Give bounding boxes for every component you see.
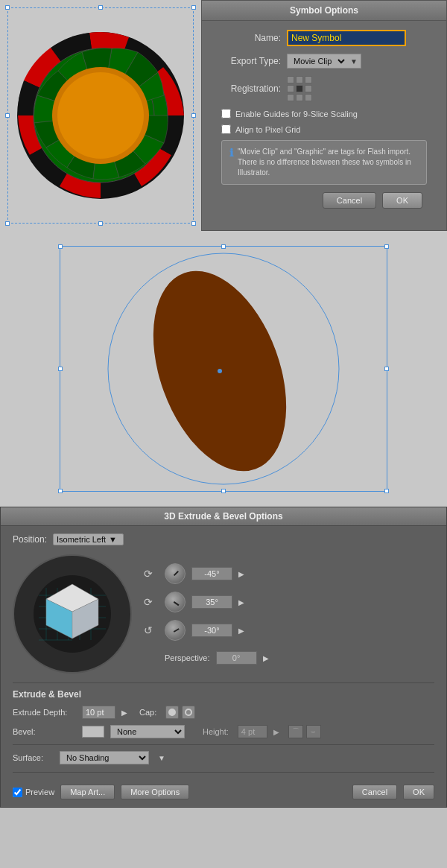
export-type-label: Export Type: <box>214 56 281 66</box>
handle-mr[interactable] <box>191 113 196 118</box>
concave-btn-2[interactable]: ⌣ <box>306 725 321 738</box>
svg-point-5 <box>57 72 144 159</box>
map-art-button[interactable]: Map Art... <box>60 785 115 799</box>
align-pixel-row: Align to Pixel Grid <box>221 124 434 134</box>
export-type-select[interactable]: Movie Clip Graphic <box>288 54 347 68</box>
more-options-button[interactable]: More Options <box>121 785 189 799</box>
extrude-depth-row: Extrude Depth: ▶ Cap: <box>13 706 434 719</box>
rot-dial-3[interactable] <box>165 620 186 641</box>
reg-cell-9[interactable] <box>305 94 312 101</box>
top-section: Symbol Options Name: Export Type: Movie … <box>0 0 447 231</box>
handle-tm[interactable] <box>98 5 103 10</box>
concave-buttons: ⌒ ⌣ <box>288 725 321 738</box>
cap-hollow-inner <box>185 709 192 716</box>
cap-icon-hollow[interactable] <box>182 706 195 719</box>
handle-bm[interactable] <box>98 221 103 226</box>
extrude-depth-value[interactable] <box>82 706 115 719</box>
registration-grid[interactable] <box>287 76 312 101</box>
align-pixel-label: Align to Pixel Grid <box>235 125 300 134</box>
enable-guides-row: Enable Guides for 9-Slice Scaling <box>221 109 434 118</box>
rot-arrow-1[interactable]: ▶ <box>238 570 244 578</box>
reg-cell-2[interactable] <box>296 76 303 83</box>
reg-cell-7[interactable] <box>287 94 294 101</box>
height-value[interactable] <box>238 725 267 738</box>
perspective-row: Perspective: ▶ <box>144 651 434 665</box>
perspective-value[interactable] <box>216 651 257 665</box>
handle-tl[interactable] <box>5 5 10 10</box>
rot-arrow-2[interactable]: ▶ <box>238 598 244 606</box>
registration-row: Registration: <box>214 76 434 101</box>
position-label: Position: <box>13 534 47 545</box>
reg-cell-3[interactable] <box>305 76 312 83</box>
roulette-wheel <box>15 30 186 201</box>
cap-icons <box>165 706 195 719</box>
rot-value-1[interactable] <box>191 567 232 580</box>
surface-label: Surface: <box>13 753 54 762</box>
registration-label: Registration: <box>214 83 281 94</box>
extrude-bevel-title: 3D Extrude & Bevel Options <box>1 507 446 526</box>
concave-btn-1[interactable]: ⌒ <box>288 725 303 738</box>
rot-row-3: ↺ ▶ <box>144 620 434 641</box>
height-label: Height: <box>203 727 229 736</box>
reg-cell-6[interactable] <box>305 85 312 92</box>
height-arrow[interactable]: ▶ <box>273 728 279 736</box>
extrude-ok-button[interactable]: OK <box>403 785 434 799</box>
preview-check: Preview <box>13 788 54 797</box>
info-text: "Movie Clip" and "Graphic" are tags for … <box>238 147 419 178</box>
handle-bl[interactable] <box>5 221 10 226</box>
reg-cell-5[interactable] <box>296 85 303 92</box>
handle-br[interactable] <box>191 221 196 226</box>
cube-svg <box>31 573 113 655</box>
export-type-select-wrapper[interactable]: Movie Clip Graphic ▼ <box>287 54 361 69</box>
symbol-cancel-button[interactable]: Cancel <box>323 192 376 209</box>
rot-value-3[interactable] <box>191 624 232 637</box>
rot-dial-3-indicator <box>174 628 180 633</box>
ellipse-canvas <box>60 246 387 492</box>
symbol-ok-button[interactable]: OK <box>382 192 422 209</box>
surface-row: Surface: No Shading Diffuse Shading Plas… <box>13 751 434 764</box>
divider-2 <box>13 744 434 745</box>
name-label: Name: <box>214 33 281 43</box>
rot-icon-1: ⟳ <box>144 568 159 580</box>
extrude-bevel-section-label: Extrude & Bevel <box>13 689 434 700</box>
cap-solid-inner <box>168 709 176 716</box>
surface-select[interactable]: No Shading Diffuse Shading Plastic Shadi… <box>60 751 149 764</box>
rotation-controls: ⟳ ▶ ⟳ ▶ ↺ <box>144 563 434 665</box>
reg-cell-8[interactable] <box>296 94 303 101</box>
perspective-arrow[interactable]: ▶ <box>263 654 269 662</box>
name-input[interactable] <box>287 30 406 46</box>
reg-cell-4[interactable] <box>287 85 294 92</box>
info-box: ℹ "Movie Clip" and "Graphic" are tags fo… <box>221 140 427 185</box>
cap-label: Cap: <box>139 708 156 717</box>
bevel-label: Bevel: <box>13 727 76 736</box>
surface-arrow: ▼ <box>158 754 165 762</box>
position-select-wrapper[interactable]: Isometric Left ▼ <box>53 533 124 545</box>
align-pixel-checkbox[interactable] <box>221 124 231 134</box>
svg-point-1 <box>34 48 168 183</box>
handle-ml[interactable] <box>5 113 10 118</box>
extrude-depth-label: Extrude Depth: <box>13 708 76 717</box>
rot-arrow-3[interactable]: ▶ <box>238 627 244 635</box>
rot-value-2[interactable] <box>191 595 232 609</box>
extrude-cancel-button[interactable]: Cancel <box>352 785 397 799</box>
preview-checkbox[interactable] <box>13 788 22 797</box>
rot-dial-1[interactable] <box>165 563 186 584</box>
export-type-row: Export Type: Movie Clip Graphic ▼ <box>214 54 434 69</box>
enable-guides-checkbox[interactable] <box>221 109 231 118</box>
reg-cell-1[interactable] <box>287 76 294 83</box>
handle-tr[interactable] <box>191 5 196 10</box>
rot-dial-2-indicator <box>174 601 180 606</box>
bevel-select[interactable]: None <box>110 725 185 738</box>
cap-icon-solid[interactable] <box>165 706 179 719</box>
rot-row-2: ⟳ ▶ <box>144 592 434 612</box>
svg-point-0 <box>17 32 184 199</box>
canvas-area <box>0 0 201 231</box>
extrude-depth-arrow[interactable]: ▶ <box>121 709 127 717</box>
divider-1 <box>13 682 434 683</box>
divider-3 <box>13 772 434 773</box>
rot-dial-2[interactable] <box>165 592 186 612</box>
svg-point-3 <box>47 62 154 169</box>
rot-icon-2: ⟳ <box>144 596 159 608</box>
rot-row-1: ⟳ ▶ <box>144 563 434 584</box>
rot-dial-1-indicator <box>174 571 179 576</box>
